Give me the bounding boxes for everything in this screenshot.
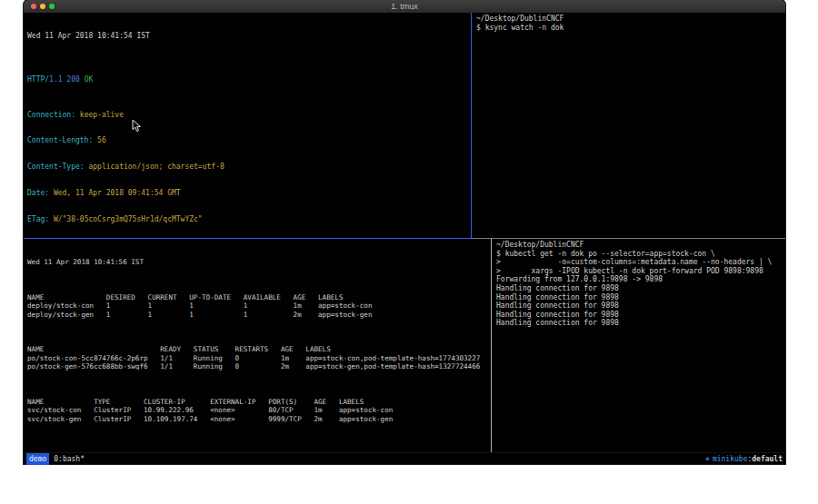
table-row: po/stock-gen-576cc688bb-swqf6 1/1 Runnin… [27,362,487,371]
status-left: demo 0:bash* [26,453,85,465]
http-header: Content-Length: 56 [27,136,467,145]
http-status-line: HTTP/1.1 200 OK [27,75,467,84]
terminal-line: Forwarding from 127.0.0.1:9898 -> 9898 [496,275,782,284]
zoom-button[interactable] [49,4,55,9]
terminal-window: 1. tmux Wed 11 Apr 2018 10:41:54 IST HTT… [24,0,785,464]
status-right: ⎈minikube:default [705,453,783,465]
timestamp: Wed 11 Apr 2018 10:41:54 IST [27,32,467,41]
table-row: po/stock-con-5cc874766c-2p6rp 1/1 Runnin… [27,354,487,363]
http-reason: OK [85,75,94,84]
table-row: deploy/stock-con 1 1 1 1 1m app=stock-co… [27,301,487,311]
terminal-line: Handling connection for 9898 [496,311,782,320]
deployments-table: NAME DESIRED CURRENT UP-TO-DATE AVAILABL… [27,293,487,320]
table-row: svc/stock-con ClusterIP 10.99.222.96 <no… [27,406,487,415]
terminal-line: Handling connection for 9898 [496,301,782,311]
timestamp: Wed 11 Apr 2018 10:41:56 IST [27,258,487,267]
minimize-button[interactable] [40,4,45,9]
http-header: Connection: keep-alive [27,111,467,120]
window-title: 1. tmux [24,0,785,13]
terminal-line: ~/Desktop/DublinCNCF [496,241,782,250]
http-header: ETag: W/"38-05coCsrg3mQ75sHr1d/qcMTwYZc" [27,215,467,224]
pane-top-right[interactable]: ~/Desktop/DublinCNCF$ ksync watch -n dok [473,13,785,238]
table-header-row: NAME DESIRED CURRENT UP-TO-DATE AVAILABL… [27,293,487,302]
terminal-line: $ ksync watch -n dok [476,24,782,33]
terminal-line: Handling connection for 9898 [496,293,782,302]
http-version-code: 1.1 200 [49,75,80,84]
table-row: svc/stock-gen ClusterIP 10.109.197.74 <n… [27,415,487,424]
session-name: demo [26,453,49,465]
kube-context: minikube [713,455,748,463]
terminal-line: Handling connection for 9898 [496,319,782,328]
pane-top-left[interactable]: Wed 11 Apr 2018 10:41:54 IST HTTP/1.1 20… [24,13,471,238]
kubernetes-icon: ⎈ [705,455,710,463]
window-titlebar: 1. tmux [24,0,785,13]
terminal-line: ~/Desktop/DublinCNCF [476,15,782,24]
http-header: Content-Type: application/json; charset=… [27,163,467,172]
terminal-line: $ kubectl get -n dok po --selector=app=s… [496,250,782,259]
pane-divider-horizontal-right[interactable] [472,238,785,239]
http-protocol: HTTP/ [27,75,49,84]
tmux-status-bar: demo 0:bash* ⎈minikube:default [24,452,785,464]
pane-divider-vertical-bottom[interactable] [491,239,492,452]
mouse-cursor [132,119,142,133]
window-tab-bash[interactable]: 0:bash* [54,453,85,465]
pane-bottom-right[interactable]: ~/Desktop/DublinCNCF$ kubectl get -n dok… [493,239,785,452]
pane-bottom-left[interactable]: Wed 11 Apr 2018 10:41:56 IST NAME DESIRE… [24,239,491,452]
table-header-row: NAME READY STATUS RESTARTS AGE LABELS [27,345,487,354]
kube-namespace: default [752,455,783,463]
http-header: Date: Wed, 11 Apr 2018 09:41:54 GMT [27,189,467,198]
pane-divider-horizontal-left[interactable] [24,238,472,239]
pods-table: NAME READY STATUS RESTARTS AGE LABELSpo/… [27,345,487,371]
pane-divider-vertical-top[interactable] [471,13,472,238]
tmux-panes: Wed 11 Apr 2018 10:41:54 IST HTTP/1.1 20… [24,13,785,452]
terminal-line: > -o=custom-columns=:metadata.name --no-… [496,258,782,267]
table-row: deploy/stock-gen 1 1 1 1 2m app=stock-ge… [27,311,487,320]
table-header-row: NAME TYPE CLUSTER-IP EXTERNAL-IP PORT(S)… [27,398,487,407]
terminal-line: > xargs -IPOD kubectl -n dok port-forwar… [496,267,782,276]
services-table: NAME TYPE CLUSTER-IP EXTERNAL-IP PORT(S)… [27,398,487,424]
traffic-lights [31,4,55,9]
close-button[interactable] [31,4,36,9]
terminal-line: Handling connection for 9898 [496,284,782,293]
